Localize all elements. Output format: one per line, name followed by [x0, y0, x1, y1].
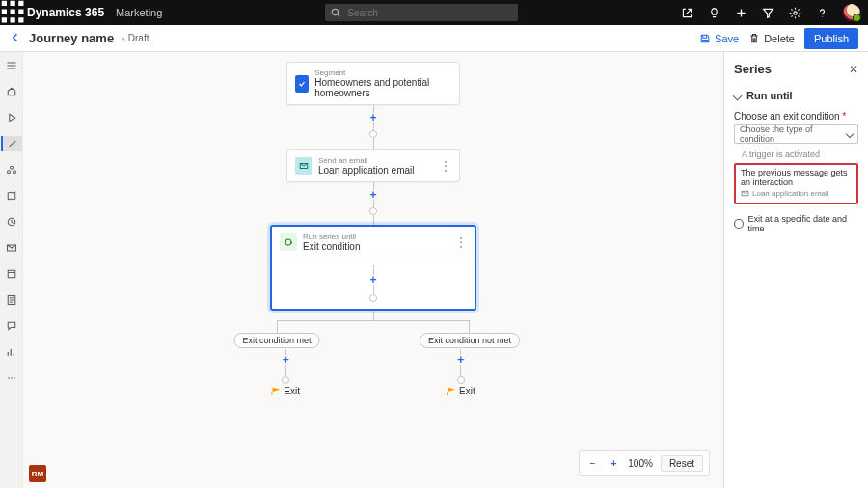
nav-play-icon[interactable] — [2, 110, 21, 125]
filter-icon[interactable] — [762, 6, 775, 19]
zoom-reset-button[interactable]: Reset — [661, 455, 703, 472]
add-step-icon[interactable]: + — [369, 113, 376, 122]
svg-rect-8 — [18, 17, 23, 22]
connector-node — [369, 294, 377, 302]
journey-canvas[interactable]: Segment Homeowners and potential homeown… — [23, 52, 723, 488]
nav-analytics-icon[interactable] — [2, 344, 21, 360]
svg-rect-2 — [18, 1, 23, 6]
section-run-until[interactable]: Run until — [734, 90, 858, 101]
module-name: Marketing — [116, 7, 162, 18]
help-icon[interactable] — [816, 6, 829, 19]
svg-rect-6 — [2, 17, 7, 22]
settings-gear-icon[interactable] — [789, 6, 802, 19]
panel-close-icon[interactable]: ✕ — [849, 63, 858, 76]
radio-label: Exit at a specific date and time — [748, 214, 859, 233]
exit-condition-label: Choose an exit condition * — [734, 111, 858, 122]
svg-rect-5 — [18, 10, 23, 14]
svg-rect-4 — [11, 10, 15, 14]
branch-connector — [277, 320, 278, 333]
segment-card[interactable]: Segment Homeowners and potential homeown… — [286, 62, 460, 105]
delete-button[interactable]: Delete — [748, 33, 795, 44]
add-step-icon[interactable]: + — [369, 275, 376, 285]
exit-flag-icon — [271, 387, 280, 395]
connector-node — [369, 207, 377, 215]
branch-left-label[interactable]: Exit condition met — [233, 333, 319, 348]
email-sup: Send an email — [318, 156, 415, 165]
delete-label: Delete — [764, 33, 795, 44]
nav-template-icon[interactable] — [2, 266, 21, 282]
nav-mail-icon[interactable] — [2, 240, 21, 256]
lightbulb-icon[interactable] — [708, 6, 721, 19]
segment-sup: Segment — [314, 68, 451, 77]
save-button[interactable]: Save — [699, 33, 739, 44]
series-icon — [280, 233, 297, 251]
option-interaction-sub: Loan application email — [752, 189, 829, 198]
nav-form-icon[interactable] — [2, 292, 21, 308]
zoom-level: 100% — [628, 458, 653, 469]
svg-point-12 — [10, 166, 13, 169]
svg-point-11 — [794, 11, 797, 14]
add-step-icon[interactable]: + — [283, 355, 289, 365]
radio-icon — [734, 219, 744, 229]
persona-badge[interactable]: RM — [29, 465, 46, 482]
branch-right-label[interactable]: Exit condition not met — [420, 333, 520, 348]
open-in-new-icon[interactable] — [681, 6, 694, 19]
svg-point-20 — [11, 377, 13, 379]
nav-home-icon[interactable] — [2, 84, 21, 99]
connector-node — [282, 376, 289, 384]
svg-point-14 — [13, 171, 15, 174]
svg-point-19 — [8, 377, 10, 379]
zoom-out-button[interactable]: − — [585, 458, 599, 469]
segment-icon — [295, 75, 309, 93]
svg-line-10 — [338, 14, 340, 17]
properties-panel: Series ✕ Run until Choose an exit condit… — [723, 52, 868, 488]
nav-message-icon[interactable] — [2, 318, 21, 334]
publish-button[interactable]: Publish — [804, 28, 858, 49]
nav-map-icon[interactable] — [2, 188, 21, 203]
svg-rect-7 — [11, 17, 15, 22]
nav-more-icon[interactable] — [2, 370, 21, 386]
add-step-icon[interactable]: + — [457, 355, 464, 365]
global-search[interactable] — [325, 4, 518, 21]
add-step-icon[interactable]: + — [369, 190, 376, 200]
left-nav — [0, 52, 23, 488]
nav-journey-icon[interactable] — [1, 136, 22, 151]
card-more-icon[interactable]: ⋮ — [455, 235, 467, 249]
svg-rect-0 — [2, 1, 7, 6]
zoom-in-button[interactable]: + — [607, 458, 620, 469]
nav-segment-icon[interactable] — [2, 162, 21, 177]
status-badge: Draft — [122, 33, 149, 43]
nav-menu-icon[interactable] — [2, 58, 21, 73]
panel-title: Series — [734, 62, 772, 76]
save-label: Save — [715, 33, 739, 44]
series-main: Exit condition — [303, 241, 360, 252]
chevron-down-icon — [733, 91, 743, 100]
radio-exit-datetime[interactable]: Exit at a specific date and time — [734, 214, 858, 233]
connector-node — [369, 130, 377, 138]
card-more-icon[interactable]: ⋮ — [440, 159, 451, 173]
email-icon — [295, 157, 312, 175]
option-interaction[interactable]: The previous message gets an interaction… — [734, 163, 858, 204]
branch-line — [277, 320, 470, 321]
back-button[interactable] — [10, 32, 21, 45]
section-label: Run until — [746, 90, 793, 101]
app-launcher[interactable] — [0, 0, 27, 26]
exit-label: Exit — [284, 386, 300, 396]
plus-icon[interactable] — [735, 6, 748, 19]
svg-point-9 — [332, 9, 338, 14]
exit-condition-dropdown[interactable]: Choose the type of condition — [734, 124, 858, 144]
page-title: Journey name — [29, 31, 114, 45]
dropdown-placeholder: Choose the type of condition — [740, 124, 847, 144]
search-input[interactable] — [345, 7, 512, 19]
zoom-controls: − + 100% Reset — [579, 450, 710, 476]
exit-flag-icon — [447, 387, 455, 395]
email-card[interactable]: Send an email Loan application email ⋮ — [286, 149, 460, 182]
email-icon — [741, 189, 749, 198]
series-sup: Run series until — [303, 232, 360, 241]
segment-main: Homeowners and potential homeowners — [314, 77, 451, 98]
option-trigger[interactable]: A trigger is activated — [734, 146, 858, 163]
nav-timeline-icon[interactable] — [2, 214, 21, 230]
series-card[interactable]: Run series until Exit condition ⋮ + — [270, 225, 476, 311]
email-main: Loan application email — [318, 165, 415, 176]
user-avatar[interactable] — [843, 4, 860, 21]
